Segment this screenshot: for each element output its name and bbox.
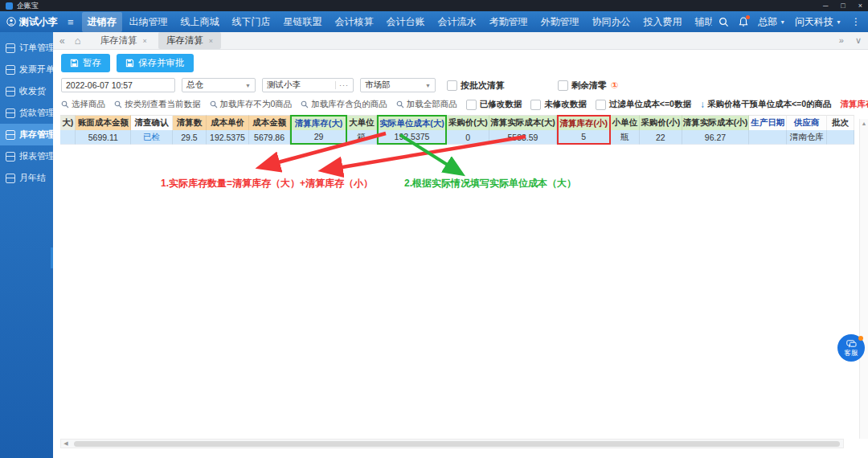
row-cell-8[interactable]: 192.5375	[377, 130, 448, 145]
notification-bell-icon[interactable]	[739, 17, 748, 27]
scroll-up-icon[interactable]: ▲	[860, 119, 868, 129]
row-cell-6[interactable]: 29	[290, 130, 347, 145]
warehouse-select[interactable]: 总仓 ▼	[182, 78, 256, 92]
row-cell-2[interactable]: 已检	[131, 130, 172, 145]
hamburger-icon[interactable]: ≡	[68, 16, 74, 28]
column-header-2[interactable]: 清查确认	[131, 115, 172, 130]
menu-item-0[interactable]: 进销存	[82, 12, 122, 32]
tabs-collapse-icon[interactable]: «	[59, 35, 65, 47]
checkbox-icon[interactable]	[530, 100, 541, 110]
column-header-6[interactable]: 清算库存(大)	[290, 115, 347, 130]
grid-filter-checkbox-1[interactable]: 未修改数据	[530, 99, 587, 110]
grid-action-link-3[interactable]: 加载库存含负的商品	[301, 99, 387, 110]
maximize-button[interactable]: □	[841, 0, 845, 11]
sidebar-item-0[interactable]: 订单管理	[0, 37, 53, 59]
sidebar-item-4[interactable]: 库存管理	[0, 124, 53, 145]
home-icon[interactable]: ⌂	[75, 35, 81, 47]
row-cell-7[interactable]: 箱	[347, 130, 377, 145]
tabs-overflow-icon[interactable]: »	[839, 35, 844, 46]
menu-item-12[interactable]: 辅助应用	[690, 12, 713, 32]
column-header-7[interactable]: 大单位	[347, 115, 377, 130]
column-header-3[interactable]: 清算数	[173, 115, 207, 130]
table-row[interactable]: 5699.11已检29.5192.53755679.8629箱192.53750…	[60, 130, 854, 145]
row-cell-5[interactable]: 5679.86	[249, 130, 290, 145]
column-header-15[interactable]: 生产日期	[749, 115, 787, 130]
lookup-ellipsis-button[interactable]: ···	[335, 81, 349, 89]
help-icon[interactable]: ①	[611, 80, 618, 91]
grid-action-link-1[interactable]: 按类别查看当前数据	[114, 99, 201, 110]
tab-close-icon[interactable]: ×	[209, 37, 213, 45]
column-header-1[interactable]: 账面成本金额	[76, 115, 131, 130]
menu-item-2[interactable]: 线上商城	[175, 12, 225, 32]
column-header-9[interactable]: 采购价(大)	[447, 115, 489, 130]
department-select[interactable]: 市场部 ▼	[360, 78, 436, 92]
org-selector[interactable]: 总部 ▼	[758, 15, 785, 29]
grid-action-link-0[interactable]: 选择商品	[61, 99, 105, 110]
price-intervention-note[interactable]: ↓采购价格干预单位成本<=0的商品	[700, 99, 832, 110]
row-cell-4[interactable]: 192.5375	[207, 130, 249, 145]
remain-zero-checkbox[interactable]: 剩余清零 ①	[558, 80, 618, 92]
horizontal-scrollbar[interactable]: ◀	[60, 439, 844, 448]
column-header-12[interactable]: 小单位	[611, 115, 640, 130]
temp-save-button[interactable]: 暂存	[61, 54, 110, 72]
sidebar-item-2[interactable]: 收发货	[0, 80, 53, 102]
menu-item-1[interactable]: 出纳管理	[124, 12, 174, 32]
minimize-button[interactable]: ─	[823, 0, 828, 11]
scroll-left-icon[interactable]: ◀	[61, 440, 71, 447]
row-cell-13[interactable]: 22	[640, 130, 682, 145]
sidebar-item-6[interactable]: 月年结	[0, 167, 53, 189]
menu-item-11[interactable]: 投入费用	[638, 12, 688, 32]
batch-liquidation-checkbox[interactable]: 按批次清算	[447, 80, 505, 92]
menu-item-5[interactable]: 会计核算	[330, 12, 379, 32]
row-cell-17[interactable]	[827, 130, 854, 145]
search-icon[interactable]	[719, 17, 729, 27]
column-header-14[interactable]: 清算实际成本(小)	[682, 115, 750, 130]
menu-item-7[interactable]: 会计流水	[432, 12, 482, 32]
horizontal-scroll-thumb[interactable]	[74, 441, 840, 447]
row-cell-10[interactable]: 5583.59	[489, 130, 557, 145]
row-cell-15[interactable]	[749, 130, 787, 145]
column-header-13[interactable]: 采购价(小)	[640, 115, 682, 130]
menu-item-9[interactable]: 外勤管理	[535, 12, 585, 32]
checkbox-icon[interactable]	[466, 100, 477, 110]
save-approve-button[interactable]: 保存并审批	[117, 54, 194, 72]
column-header-16[interactable]: 供应商	[787, 115, 827, 130]
grid-action-link-4[interactable]: 加载全部商品	[396, 99, 457, 110]
column-header-17[interactable]: 批次	[827, 115, 854, 130]
row-cell-11[interactable]: 5	[557, 130, 611, 145]
column-header-4[interactable]: 成本单价	[207, 115, 249, 130]
row-cell-12[interactable]: 瓶	[611, 130, 640, 145]
tab-inventory-liquidation-2[interactable]: 库存清算 ×	[158, 32, 221, 49]
customer-support-button[interactable]: 客服	[837, 334, 865, 362]
sidebar-item-1[interactable]: 发票开单	[0, 59, 53, 80]
datetime-input[interactable]	[61, 78, 175, 92]
company-selector[interactable]: 问天科技 ▼	[795, 15, 841, 29]
close-button[interactable]: ×	[858, 0, 862, 11]
checkbox-icon[interactable]	[596, 100, 606, 110]
tab-close-icon[interactable]: ×	[143, 37, 147, 45]
column-header-0[interactable]: 大)	[60, 115, 76, 130]
operator-input[interactable]: 测试小李 ···	[262, 78, 354, 92]
column-header-5[interactable]: 成本金额	[249, 115, 290, 130]
column-header-8[interactable]: 实际单位成本(大)	[377, 115, 448, 130]
user-menu[interactable]: 测试小李	[6, 15, 58, 29]
column-header-11[interactable]: 清算库存(小)	[557, 115, 611, 130]
menu-item-3[interactable]: 线下门店	[227, 12, 276, 32]
row-cell-3[interactable]: 29.5	[173, 130, 207, 145]
vertical-scrollbar[interactable]: ▲	[859, 119, 868, 439]
row-cell-0[interactable]	[60, 130, 76, 145]
tabs-dropdown-icon[interactable]: ∨	[855, 35, 862, 46]
row-cell-14[interactable]: 96.27	[682, 130, 750, 145]
grid-filter-checkbox-0[interactable]: 已修改数据	[466, 99, 522, 110]
menu-item-6[interactable]: 会计台账	[381, 12, 431, 32]
grid-action-link-2[interactable]: 加载库存不为0商品	[210, 99, 293, 110]
menu-item-10[interactable]: 协同办公	[587, 12, 637, 32]
sidebar-item-5[interactable]: 报表管理	[0, 145, 53, 167]
checkbox-icon[interactable]	[447, 80, 457, 91]
row-cell-1[interactable]: 5699.11	[76, 130, 131, 145]
menu-item-8[interactable]: 考勤管理	[484, 12, 534, 32]
tab-inventory-liquidation-1[interactable]: 库存清算 ×	[92, 32, 155, 49]
more-menu-icon[interactable]: ⋮	[851, 16, 862, 27]
sidebar-item-3[interactable]: 货款管理	[0, 102, 53, 124]
row-cell-16[interactable]: 渭南仓库	[787, 130, 827, 145]
